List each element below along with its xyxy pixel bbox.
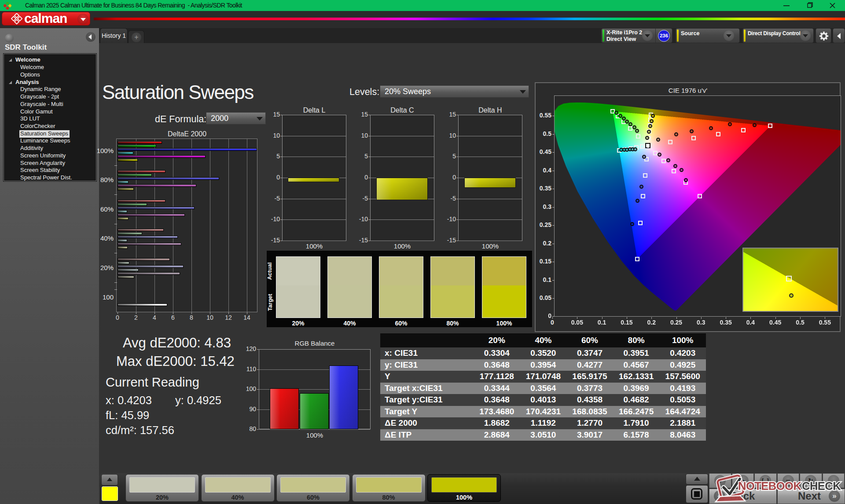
svg-text:NOTEBOOK: NOTEBOOK bbox=[738, 480, 801, 492]
svg-text:CHECK: CHECK bbox=[802, 480, 841, 492]
